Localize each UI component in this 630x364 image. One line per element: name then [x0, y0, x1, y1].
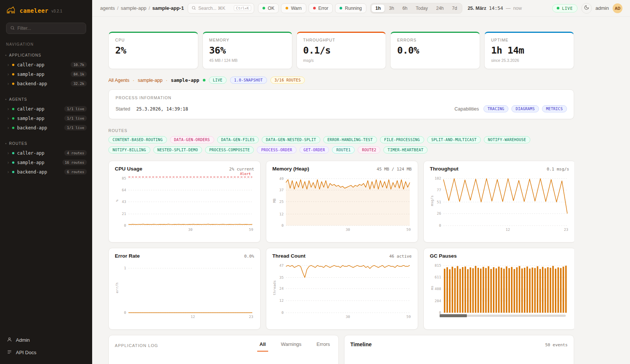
- time-range-6h[interactable]: 6h: [398, 4, 411, 12]
- route-pill[interactable]: TIMER-HEARTBEAT: [383, 146, 428, 154]
- route-pill[interactable]: PROCESS-COMPOSITE: [205, 146, 254, 154]
- routes-block: ROUTES CONTENT-BASED-ROUTING DATA-GEN-OR…: [108, 128, 574, 154]
- section-header-applications[interactable]: APPLICATIONS: [0, 52, 92, 60]
- section-title: AGENTS: [9, 97, 27, 101]
- process-information-card: PROCESS INFORMATION Started 25.3.2026, 1…: [108, 89, 574, 119]
- svg-text:0: 0: [439, 310, 441, 315]
- theme-toggle-button[interactable]: [581, 3, 592, 14]
- date-label: 25. März: [468, 6, 486, 11]
- avatar[interactable]: AD: [613, 3, 622, 13]
- sidebar-item-routes-caller-app[interactable]: › caller-app 4 routes: [0, 148, 92, 158]
- sidebar-item-label: caller-app: [17, 106, 62, 112]
- route-pill[interactable]: DATA-GEN-NESTED-SPLIT: [262, 136, 320, 143]
- timeline-title: Timeline: [351, 341, 372, 347]
- context-current-agent: sample-app: [171, 77, 199, 83]
- sidebar-item-routes-backend-app[interactable]: › backend-app 6 routes: [0, 167, 92, 177]
- sidebar-item-agent-backend-app[interactable]: › backend-app 1/1 live: [0, 123, 92, 132]
- route-pill[interactable]: FILE-PROCESSING: [380, 136, 424, 143]
- kpi-sub: 45 MB / 124 MB: [209, 58, 286, 63]
- live-toggle[interactable]: LIVE: [552, 4, 578, 12]
- dashboard-content: CPU 2% MEMORY 36% 45 MB / 124 MB THROUGH…: [108, 17, 574, 364]
- route-pill[interactable]: GET-ORDER: [300, 146, 329, 154]
- filter-ok[interactable]: OK: [258, 3, 279, 13]
- time-range-7d[interactable]: 7d: [448, 4, 461, 12]
- search-input[interactable]: [198, 6, 232, 11]
- kpi-card-cpu: CPU 2%: [108, 32, 198, 69]
- memory-heap-chart: 012253749MB3059: [272, 172, 412, 232]
- route-pill[interactable]: ROUTE2: [358, 146, 380, 154]
- sidebar-item-agent-sample-app[interactable]: › sample-app 1/1 live: [0, 114, 92, 123]
- route-pill[interactable]: ROUTE1: [332, 146, 355, 154]
- sidebar-filter[interactable]: [6, 23, 86, 34]
- sidebar-item-badge: 32.2k: [71, 81, 87, 86]
- time-range-24h[interactable]: 24h: [432, 4, 448, 12]
- status-dot-icon: [12, 171, 14, 173]
- sidebar-item-label: backend-app: [17, 81, 68, 86]
- svg-text:35: 35: [279, 275, 284, 280]
- capability-badge-metrics: METRICS: [542, 105, 567, 112]
- topbar: agents / sample-app / sample-app-1 Ctrl+…: [92, 0, 630, 17]
- application-log-card: APPLICATION LOG All Warnings Errors: [108, 335, 339, 364]
- api-docs-label: API Docs: [16, 350, 36, 355]
- agent-version-badge: 1.0-SNAPSHOT: [230, 77, 267, 84]
- filter-error[interactable]: Error: [309, 3, 333, 13]
- search-shortcut-kbd: Ctrl+K: [234, 5, 251, 11]
- time-range-1h[interactable]: 1h: [371, 4, 385, 12]
- filter-warn[interactable]: Warn: [281, 3, 306, 13]
- breadcrumb-sample-app[interactable]: sample-app: [121, 5, 147, 11]
- svg-text:24: 24: [279, 286, 284, 290]
- search-icon: [191, 5, 196, 12]
- sidebar-item-sample-app[interactable]: › sample-app 84.1k: [0, 69, 92, 79]
- log-tab-all[interactable]: All: [257, 341, 268, 352]
- capabilities-group: Capabilities TRACING DIAGRAMS METRICS: [454, 105, 567, 112]
- capability-badge-tracing: TRACING: [483, 105, 508, 112]
- kpi-label: ERRORS: [397, 38, 473, 42]
- context-link-sample-app[interactable]: sample-app: [138, 78, 162, 83]
- route-pill[interactable]: NOTIFY-WAREHOUSE: [484, 136, 530, 143]
- global-search[interactable]: Ctrl+K: [188, 3, 254, 14]
- sidebar-filter-input[interactable]: [17, 26, 82, 31]
- sidebar-item-caller-app[interactable]: › caller-app 10.7k: [0, 60, 92, 69]
- timeline-card: Timeline 50 events: [344, 335, 574, 364]
- filter-running[interactable]: Running: [335, 3, 366, 13]
- route-pill[interactable]: ERROR-HANDLING-TEST: [323, 136, 377, 143]
- status-dot-icon: [12, 152, 14, 154]
- sidebar-item-label: caller-app: [17, 62, 68, 68]
- svg-text:59: 59: [406, 227, 411, 232]
- kpi-value: 2%: [115, 45, 191, 56]
- agent-live-badge: LIVE: [209, 77, 227, 84]
- svg-text:12: 12: [279, 298, 284, 303]
- time-range-today[interactable]: Today: [412, 4, 432, 12]
- route-pill[interactable]: NOTIFY-BILLING: [108, 146, 150, 154]
- time-range-3h[interactable]: 3h: [385, 4, 398, 12]
- sidebar-section-agents: AGENTS › caller-app 1/1 live › sample-ap…: [0, 96, 92, 132]
- sidebar-item-api-docs[interactable]: API Docs: [7, 349, 85, 356]
- running-dot-icon: [340, 7, 342, 9]
- chart-title: Throughput: [430, 166, 459, 172]
- route-pill[interactable]: SPLIT-AND-MULTICAST: [427, 136, 481, 143]
- context-separator: ·: [133, 78, 134, 83]
- route-pill[interactable]: DATA-GEN-FILES: [217, 136, 259, 143]
- breadcrumb-agents[interactable]: agents: [100, 5, 115, 11]
- sidebar-item-agent-caller-app[interactable]: › caller-app 1/1 live: [0, 104, 92, 114]
- chart-card-cpu-usage: CPU Usage 2% current 021436485%3059Alert: [108, 161, 261, 243]
- started-label: Started: [116, 106, 130, 112]
- app-version: v3.2.1: [51, 9, 62, 13]
- section-header-agents[interactable]: AGENTS: [0, 96, 92, 104]
- sidebar-item-routes-sample-app[interactable]: › sample-app 16 routes: [0, 158, 92, 167]
- admin-label: Admin: [16, 337, 30, 343]
- context-link-all-agents[interactable]: All Agents: [108, 78, 130, 83]
- section-header-routes[interactable]: ROUTES: [0, 140, 92, 148]
- route-pill[interactable]: NESTED-SPLIT-DEMO: [153, 146, 202, 154]
- sidebar-item-admin[interactable]: Admin: [7, 337, 85, 343]
- route-pill[interactable]: CONTENT-BASED-ROUTING: [108, 136, 167, 143]
- log-tab-warnings[interactable]: Warnings: [279, 341, 304, 352]
- svg-text:23: 23: [249, 315, 253, 319]
- route-pill[interactable]: DATA-GEN-ORDERS: [170, 136, 214, 143]
- log-tab-errors[interactable]: Errors: [314, 341, 332, 352]
- route-pill[interactable]: PROCESS-ORDER: [257, 146, 296, 154]
- routes-pill-list: CONTENT-BASED-ROUTING DATA-GEN-ORDERS DA…: [108, 136, 574, 154]
- chart-card-memory-heap: Memory (Heap) 45 MB / 124 MB 012253749MB…: [266, 161, 418, 243]
- svg-text:26: 26: [437, 211, 442, 215]
- sidebar-item-backend-app[interactable]: › backend-app 32.2k: [0, 79, 92, 88]
